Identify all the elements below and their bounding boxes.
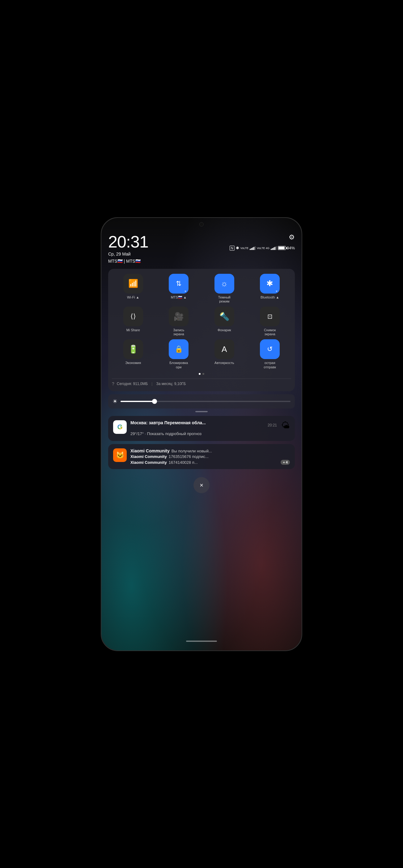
qs-wifi-label: Wi-Fi ▲ <box>127 296 140 300</box>
volte-icon: VoLTE <box>241 247 248 250</box>
xiaomi-line2-bold: Xiaomi Community <box>130 454 167 459</box>
data-month: За месяц: 9,10ГБ <box>156 382 186 386</box>
data-usage: ? Сегодня: 911,0МБ | За месяц: 9,10ГБ <box>112 378 291 386</box>
data-sep: | <box>151 382 152 386</box>
qs-orientation-label: Блокировка ори <box>168 361 189 369</box>
bottom-bar <box>108 638 295 642</box>
carrier: MTS🇷🇺 | MTS🇷🇺 <box>108 258 148 265</box>
qs-dark-label: Темный режим <box>214 296 235 304</box>
qs-screen-record[interactable]: 🎥 Запись экрана <box>158 307 200 336</box>
bluetooth-icon: ✱ <box>267 279 273 288</box>
dot-2 <box>203 373 204 375</box>
brightness-handle[interactable] <box>152 399 157 404</box>
flashlight-icon: 🔦 <box>219 312 229 321</box>
screen-record-icon: 🎥 <box>174 312 184 321</box>
qs-dark-mode[interactable]: ☼ Темный режим <box>203 274 246 304</box>
quick-settings-panel: 📶 Wi-Fi ▲ ⇅ MTS🇷🇺 ▲ ☼ Темный режим <box>108 269 295 391</box>
qs-screenshot[interactable]: ⊡ Снимок экрана <box>249 307 291 336</box>
qs-mts[interactable]: ⇅ MTS🇷🇺 ▲ <box>158 274 200 304</box>
qs-orientation[interactable]: 🔒 Блокировка ори <box>158 339 200 369</box>
weather-emoji: 🌤 <box>281 420 290 430</box>
battery-saver-icon: 🔋 <box>128 345 138 354</box>
xiaomi-notif-badge: + 4 <box>281 460 290 465</box>
wifi-icon: 📶 <box>128 279 138 288</box>
weather-notif-content: Москва: завтра Переменная обла... 20:21 … <box>130 420 290 437</box>
status-icons: N ✱ VoLTE VoLTE 4G <box>229 246 295 251</box>
settings-icon[interactable]: ⚙ <box>289 233 295 241</box>
notification-xiaomi[interactable]: 🐱 Xiaomi Community Вы получили новый... … <box>108 444 295 469</box>
qs-bluetooth-label: Bluetooth ▲ <box>260 296 279 300</box>
qs-screenshot-btn[interactable]: ⊡ <box>260 307 280 326</box>
qs-auto-brightness-label: Автояркость <box>215 361 234 365</box>
status-bar: 20:31 Ср, 29 Май MTS🇷🇺 | MTS🇷🇺 ⚙ N ✱ VoL… <box>108 233 295 265</box>
qs-mi-share[interactable]: ⟨⟩ Mi Share <box>112 307 155 336</box>
clock: 20:31 <box>108 233 148 250</box>
qs-mts-label: MTS🇷🇺 ▲ <box>171 296 187 300</box>
mts-icon: ⇅ <box>176 280 181 288</box>
screenshot-icon: ⊡ <box>267 313 273 320</box>
weather-notif-title: Москва: завтра Переменная обла... <box>130 420 206 425</box>
brightness-slider[interactable]: ☀ <box>108 394 295 408</box>
weather-app-name: Москва: завтра Переменная обла... <box>130 420 206 425</box>
orientation-icon: 🔒 <box>175 345 183 353</box>
battery-percent: 94% <box>287 246 295 250</box>
qs-quick-send[interactable]: ↺ острая отправк <box>249 339 291 369</box>
qs-mi-share-label: Mi Share <box>126 328 140 332</box>
qs-flashlight[interactable]: 🔦 Фонарик <box>203 307 246 336</box>
quick-send-icon: ↺ <box>267 345 273 353</box>
volte2-icon: VoLTE 4G <box>257 247 270 250</box>
xiaomi-line2-text: 1763515676 подпис... <box>169 454 290 459</box>
camera-notch <box>199 222 204 226</box>
qs-flashlight-btn[interactable]: 🔦 <box>215 307 234 326</box>
qs-flashlight-label: Фонарик <box>218 328 231 332</box>
qs-quick-send-label: острая отправк <box>259 361 281 369</box>
xiaomi-notif-content: Xiaomi Community Вы получили новый... Xi… <box>130 448 290 465</box>
qs-battery-saver[interactable]: 🔋 Экономия <box>112 339 155 369</box>
bluetooth-status-icon: ✱ <box>236 246 239 250</box>
auto-brightness-icon: A <box>222 345 227 354</box>
google-g-letter: G <box>117 423 122 431</box>
qs-mi-share-btn[interactable]: ⟨⟩ <box>123 307 143 326</box>
qs-auto-brightness-btn[interactable]: A <box>215 339 234 359</box>
qs-auto-brightness[interactable]: A Автояркость <box>203 339 246 369</box>
battery-block: 94% <box>278 246 295 250</box>
notification-weather[interactable]: G Москва: завтра Переменная обла... 20:2… <box>108 416 295 441</box>
qs-battery-saver-btn[interactable]: 🔋 <box>123 339 143 359</box>
xiaomi-line1-bold: Xiaomi Community <box>130 448 170 453</box>
time-block: 20:31 Ср, 29 Май MTS🇷🇺 | MTS🇷🇺 <box>108 233 148 265</box>
close-button[interactable]: × <box>193 477 210 493</box>
qs-dark-mode-btn[interactable]: ☼ <box>215 274 234 293</box>
weather-notif-time: 20:21 <box>268 423 277 427</box>
xiaomi-line3-text: 1674140028 п... <box>169 460 279 465</box>
xiaomi-cat-icon: 🐱 <box>116 451 124 459</box>
qs-mts-btn[interactable]: ⇅ <box>169 274 188 293</box>
qs-bluetooth[interactable]: ✱ Bluetooth ▲ <box>249 274 291 304</box>
mi-share-icon: ⟨⟩ <box>130 312 136 320</box>
qs-bluetooth-btn[interactable]: ✱ <box>260 274 280 293</box>
xiaomi-line1-text: Вы получили новый... <box>172 449 290 453</box>
brightness-track[interactable] <box>121 401 290 402</box>
phone-frame: 20:31 Ср, 29 Май MTS🇷🇺 | MTS🇷🇺 ⚙ N ✱ VoL… <box>101 217 302 651</box>
close-icon: × <box>199 482 204 489</box>
home-indicator[interactable] <box>186 641 217 642</box>
qs-wifi[interactable]: 📶 Wi-Fi ▲ <box>112 274 155 304</box>
drag-handle <box>108 411 295 412</box>
data-usage-icon: ? <box>112 381 114 386</box>
quick-settings-grid: 📶 Wi-Fi ▲ ⇅ MTS🇷🇺 ▲ ☼ Темный режим <box>112 274 291 369</box>
data-today: Сегодня: 911,0МБ <box>117 382 148 386</box>
dot-1 <box>199 373 200 375</box>
qs-screen-record-label: Запись экрана <box>168 328 189 336</box>
dark-mode-icon: ☼ <box>221 279 228 288</box>
weather-notif-body: 29°/17° · Показать подробный прогноз <box>130 431 290 437</box>
google-app-icon: G <box>113 420 127 434</box>
qs-battery-saver-label: Экономия <box>125 361 141 365</box>
qs-screen-record-btn[interactable]: 🎥 <box>169 307 188 326</box>
qs-screenshot-label: Снимок экрана <box>259 328 281 336</box>
nfc-icon: N <box>229 246 235 251</box>
brightness-fill <box>121 401 155 402</box>
qs-wifi-btn[interactable]: 📶 <box>123 274 143 293</box>
drag-line <box>195 411 208 412</box>
qs-orientation-btn[interactable]: 🔒 <box>169 339 188 359</box>
qs-quick-send-btn[interactable]: ↺ <box>260 339 280 359</box>
signal-1 <box>250 246 256 250</box>
